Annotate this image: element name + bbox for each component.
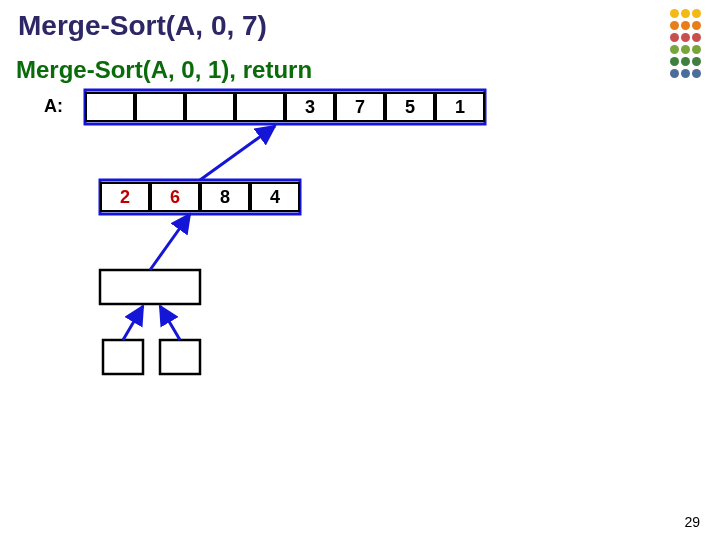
a-cell-2 [185,92,235,122]
a-cell-0 [85,92,135,122]
a-cell-6: 5 [385,92,435,122]
svg-line-6 [200,126,275,180]
svg-line-7 [123,306,143,340]
a-cell-1 [135,92,185,122]
row2-cell-2: 8 [200,182,250,212]
a-cell-5: 7 [335,92,385,122]
slide-number: 29 [684,514,700,530]
title-sub: Merge-Sort(A, 0, 1), return [16,56,312,84]
svg-rect-3 [103,340,143,374]
row2-cell-3: 4 [250,182,300,212]
a-cell-7: 1 [435,92,485,122]
row2-cell-1: 6 [150,182,200,212]
a-cell-4: 3 [285,92,335,122]
dot-grid-decoration [669,8,702,80]
array-label: A: [44,96,63,117]
svg-rect-2 [100,270,200,304]
title-main: Merge-Sort(A, 0, 7) [18,10,267,42]
svg-line-5 [150,214,190,270]
svg-rect-4 [160,340,200,374]
a-cell-3 [235,92,285,122]
svg-line-8 [160,306,180,340]
row2-cell-0: 2 [100,182,150,212]
